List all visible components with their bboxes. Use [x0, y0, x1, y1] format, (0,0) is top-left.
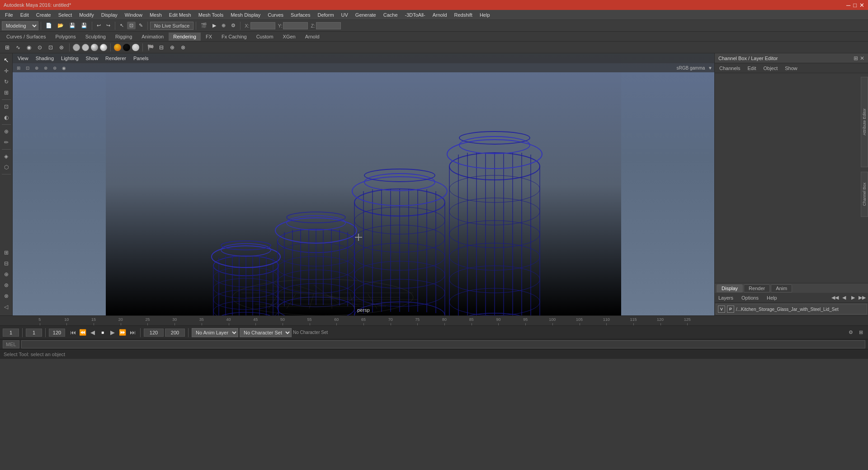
snap-curve-icon[interactable]: ∿: [14, 43, 23, 52]
no-live-surface-button[interactable]: No Live Surface: [150, 22, 193, 30]
menu-help[interactable]: Help: [476, 11, 493, 19]
snap-point-icon[interactable]: ◉: [24, 43, 33, 52]
menu-curves[interactable]: Curves: [264, 11, 287, 19]
vp-shading-menu[interactable]: Shading: [33, 55, 56, 62]
scale-tool-icon[interactable]: ⊞: [1, 88, 11, 98]
tab-polygons[interactable]: Polygons: [51, 33, 80, 41]
open-file-icon[interactable]: 📂: [55, 22, 66, 29]
layer-playback-toggle[interactable]: P: [727, 306, 734, 313]
tab-arnold[interactable]: Arnold: [301, 33, 324, 41]
menu-modify[interactable]: Modify: [76, 11, 97, 19]
menu-surfaces[interactable]: Surfaces: [288, 11, 313, 19]
layer-visibility-toggle[interactable]: V: [718, 306, 725, 313]
character-set-dropdown[interactable]: No Character Set: [240, 328, 292, 337]
anim-step-back[interactable]: ⏪: [78, 328, 87, 337]
vp-renderer-menu[interactable]: Renderer: [103, 55, 128, 62]
mel-tab-label[interactable]: MEL: [3, 340, 19, 348]
anim-layer-dropdown[interactable]: No Anim Layer: [192, 328, 238, 337]
menu-generate[interactable]: Generate: [352, 11, 379, 19]
anim-play-back[interactable]: ◀: [88, 328, 97, 337]
rpb-tab-render[interactable]: Render: [744, 284, 770, 292]
y-input[interactable]: [283, 22, 308, 29]
bc-icon-1[interactable]: ⚙: [846, 328, 855, 337]
tab-fx-caching[interactable]: Fx Caching: [217, 33, 251, 41]
shade-flat-icon[interactable]: [82, 44, 89, 51]
lasso-tool-icon[interactable]: ⬡: [1, 162, 11, 172]
menu-edit[interactable]: Edit: [17, 11, 32, 19]
tab-custom[interactable]: Custom: [252, 33, 278, 41]
anim-go-end[interactable]: ⏭: [128, 328, 137, 337]
vp-dropdown-icon[interactable]: ▼: [708, 66, 712, 70]
anim-go-start[interactable]: ⏮: [68, 328, 77, 337]
vp-sub-icon-1[interactable]: ⊞: [14, 65, 23, 71]
anim-range-end[interactable]: [165, 329, 185, 337]
cb-show-menu[interactable]: Show: [783, 65, 799, 72]
x-input[interactable]: [250, 22, 275, 29]
tab-rigging[interactable]: Rigging: [111, 33, 137, 41]
menu-window[interactable]: Window: [122, 11, 146, 19]
snap-live-icon[interactable]: ⊛: [57, 43, 66, 52]
universal-manip-icon[interactable]: ⊡: [1, 102, 11, 112]
tab-xgen[interactable]: XGen: [278, 33, 300, 41]
lt-bottom-3[interactable]: ⊕: [1, 269, 11, 279]
rpb-tab-display[interactable]: Display: [717, 284, 743, 292]
snap-grid-icon[interactable]: ⊞: [3, 43, 12, 52]
channel-box-side-tab[interactable]: Channel Box: [861, 172, 868, 217]
layers-icon-2[interactable]: ◀: [840, 294, 848, 302]
region-select-icon[interactable]: ◈: [1, 151, 11, 161]
mode-dropdown[interactable]: Modeling Rigging Animation FX Rendering: [2, 21, 38, 30]
vp-sub-icon-6[interactable]: ◉: [60, 65, 68, 71]
ipr-icon[interactable]: ⊕: [219, 22, 228, 29]
panel-close-icon[interactable]: ✕: [860, 55, 864, 61]
tab-fx[interactable]: FX: [201, 33, 217, 41]
menu-mesh[interactable]: Mesh: [146, 11, 165, 19]
vp-sub-icon-3[interactable]: ⊕: [33, 65, 41, 71]
anim-play-fwd[interactable]: ▶: [108, 328, 117, 337]
render-seq-icon[interactable]: ▶: [210, 22, 218, 29]
vp-view-menu[interactable]: View: [15, 55, 31, 62]
lt-bottom-4[interactable]: ⊛: [1, 280, 11, 290]
render-settings-icon[interactable]: ⚙: [229, 22, 238, 29]
bc-icon-2[interactable]: ⊞: [856, 328, 865, 337]
menu-display[interactable]: Display: [98, 11, 121, 19]
current-frame-input[interactable]: [3, 329, 19, 337]
layers-icon-3[interactable]: ▶: [849, 294, 857, 302]
vp-panels-menu[interactable]: Panels: [131, 55, 151, 62]
tab-animation[interactable]: Animation: [137, 33, 168, 41]
soft-mod-icon[interactable]: ◐: [1, 113, 11, 122]
lt-bottom-2[interactable]: ⊟: [1, 258, 11, 268]
cb-object-menu[interactable]: Object: [761, 65, 779, 72]
anim-range-start[interactable]: [144, 329, 164, 337]
dark-icon[interactable]: [123, 44, 130, 51]
attr-editor-side-tab[interactable]: Attribute Editor: [861, 77, 868, 167]
save-file-icon[interactable]: 💾: [67, 22, 78, 29]
menu-create[interactable]: Create: [33, 11, 54, 19]
menu-mesh-tools[interactable]: Mesh Tools: [195, 11, 226, 19]
rotate-tool-icon[interactable]: ↻: [1, 77, 11, 87]
mel-input[interactable]: [21, 340, 865, 348]
menu-select[interactable]: Select: [55, 11, 75, 19]
menu-deform[interactable]: Deform: [314, 11, 337, 19]
select-tool-icon[interactable]: ↖: [1, 55, 11, 65]
menu-cache[interactable]: Cache: [380, 11, 401, 19]
menu-redshift[interactable]: Redshift: [451, 11, 476, 19]
menu-mesh-display[interactable]: Mesh Display: [227, 11, 264, 19]
minimize-button[interactable]: ─: [846, 2, 850, 9]
maximize-button[interactable]: □: [853, 2, 857, 9]
viewport[interactable]: View Shading Lighting Show Renderer Pane…: [13, 53, 714, 315]
snap-surface-icon[interactable]: ⊙: [35, 43, 44, 52]
tab-rendering[interactable]: Rendering: [169, 33, 201, 41]
lt-bottom-5[interactable]: ⊗: [1, 291, 11, 301]
menu-3dtoall[interactable]: -3DToAll-: [402, 11, 429, 19]
move-tool-icon[interactable]: ✛: [1, 66, 11, 76]
undo-icon[interactable]: ↩: [94, 22, 103, 29]
cb-edit-menu[interactable]: Edit: [745, 65, 758, 72]
menu-file[interactable]: File: [2, 11, 16, 19]
render-icon[interactable]: 🎬: [198, 22, 209, 29]
isolate-icon[interactable]: ⊗: [179, 43, 188, 52]
new-file-icon[interactable]: 📄: [43, 22, 54, 29]
snap-view-icon[interactable]: ⊡: [46, 43, 55, 52]
layers-icon-4[interactable]: ▶▶: [858, 294, 866, 302]
layers-menu-options[interactable]: Options: [740, 294, 760, 301]
panel-pin-icon[interactable]: ⊞: [854, 55, 858, 61]
